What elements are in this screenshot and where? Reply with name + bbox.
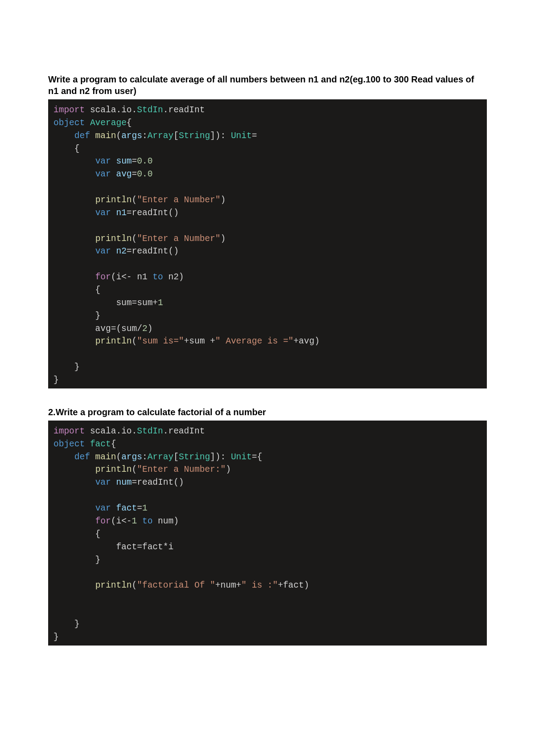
brace-open: {: [54, 529, 100, 539]
keyword-var: var: [95, 169, 111, 179]
heading-2: 2.Write a program to calculate factorial…: [48, 406, 487, 418]
keyword-var: var: [95, 156, 111, 166]
fn-main: main: [90, 452, 116, 462]
concat: +fact): [278, 580, 309, 590]
string-literal: "Enter a Number:": [137, 465, 226, 474]
type-array: Array: [148, 131, 174, 141]
type-unit: Unit: [231, 131, 252, 141]
equals-brace: ={: [252, 452, 262, 462]
param-args: args: [121, 452, 142, 462]
string-literal: " Average is =": [215, 336, 294, 346]
brace-open: {: [127, 118, 132, 128]
keyword-to: to: [152, 272, 163, 282]
pkg-path: scala.io.: [85, 426, 137, 436]
keyword-for: for: [95, 272, 111, 282]
code-block-average: import scala.io.StdIn.readInt object Ave…: [48, 99, 487, 388]
brace-close: }: [54, 619, 80, 629]
var-avg: avg: [111, 169, 132, 179]
for-range: (i<- n1: [111, 272, 153, 282]
fn-println: println: [95, 195, 132, 205]
paren-close: ):: [215, 452, 231, 462]
stmt-body: sum=sum+: [54, 298, 158, 308]
paren-open: (: [116, 452, 121, 462]
fn-println: println: [95, 234, 132, 244]
for-range: (i<-: [111, 516, 132, 526]
object-name: fact: [85, 439, 111, 449]
param-args: args: [121, 131, 142, 141]
num-literal: 2: [142, 324, 148, 334]
keyword-var: var: [95, 503, 111, 513]
assign-call: =readInt(): [127, 208, 179, 218]
string-literal: "Enter a Number": [137, 195, 220, 205]
concat: +avg): [293, 336, 320, 346]
code-block-factorial: import scala.io.StdIn.readInt object fac…: [48, 421, 487, 646]
bracket-open: [: [173, 131, 179, 141]
brace-close: }: [54, 362, 80, 372]
keyword-for: for: [95, 516, 111, 526]
keyword-to: to: [137, 516, 152, 526]
fn-println: println: [95, 580, 132, 590]
paren-open: (: [132, 336, 137, 346]
type-string: String: [179, 452, 210, 462]
bracket-close: ]: [210, 131, 215, 141]
var-n1: n1: [111, 208, 127, 218]
num-literal: 1: [158, 298, 163, 308]
concat: +sum +: [184, 336, 215, 346]
equals: =: [132, 156, 137, 166]
assign-call: =readInt(): [132, 478, 184, 487]
keyword-def: def: [74, 131, 90, 141]
brace-close: }: [54, 632, 59, 642]
num-literal: 0.0: [137, 169, 152, 179]
type-unit: Unit: [231, 452, 252, 462]
colon: :: [142, 452, 148, 462]
var-fact: fact: [111, 503, 137, 513]
object-name: Average: [85, 118, 127, 128]
string-literal: "Enter a Number": [137, 234, 220, 244]
paren-close: ): [148, 324, 153, 334]
stmt-avg: avg=(sum/: [54, 324, 142, 334]
class-stdin: StdIn: [137, 426, 163, 436]
keyword-var: var: [95, 478, 111, 487]
type-array: Array: [148, 452, 174, 462]
class-stdin: StdIn: [137, 105, 163, 115]
member-readint: .readInt: [163, 426, 205, 436]
fn-println: println: [95, 465, 132, 474]
brace-open: {: [54, 285, 100, 295]
stmt-body: fact=fact*i: [54, 542, 173, 552]
document-page: Write a program to calculate average of …: [0, 0, 535, 708]
brace-close: }: [54, 375, 59, 385]
keyword-var: var: [95, 246, 111, 256]
paren-open: (: [132, 195, 137, 205]
keyword-import: import: [54, 426, 85, 436]
equals: =: [252, 131, 257, 141]
brace-close: }: [54, 555, 100, 565]
string-literal: "factorial Of ": [137, 580, 215, 590]
paren-open: (: [132, 465, 137, 474]
bracket-open: [: [173, 452, 179, 462]
brace-open: {: [54, 144, 80, 154]
keyword-object: object: [54, 439, 85, 449]
keyword-object: object: [54, 118, 85, 128]
paren-close: ): [220, 195, 226, 205]
paren-close: ):: [215, 131, 231, 141]
string-literal: " is :": [241, 580, 278, 590]
num-literal: 0.0: [137, 156, 152, 166]
for-rest: num): [152, 516, 179, 526]
var-n2: n2: [111, 246, 127, 256]
heading-1: Write a program to calculate average of …: [48, 74, 487, 97]
assign-call: =readInt(): [127, 246, 179, 256]
num-literal: 1: [132, 516, 137, 526]
type-string: String: [179, 131, 210, 141]
string-literal: "sum is=": [137, 336, 184, 346]
keyword-def: def: [74, 452, 90, 462]
equals: =: [137, 503, 142, 513]
var-num: num: [111, 478, 132, 487]
brace-open: {: [111, 439, 116, 449]
pkg-path: scala.io.: [85, 105, 137, 115]
num-literal: 1: [142, 503, 148, 513]
colon: :: [142, 131, 148, 141]
paren-open: (: [116, 131, 121, 141]
paren-open: (: [132, 580, 137, 590]
keyword-import: import: [54, 105, 85, 115]
keyword-var: var: [95, 208, 111, 218]
